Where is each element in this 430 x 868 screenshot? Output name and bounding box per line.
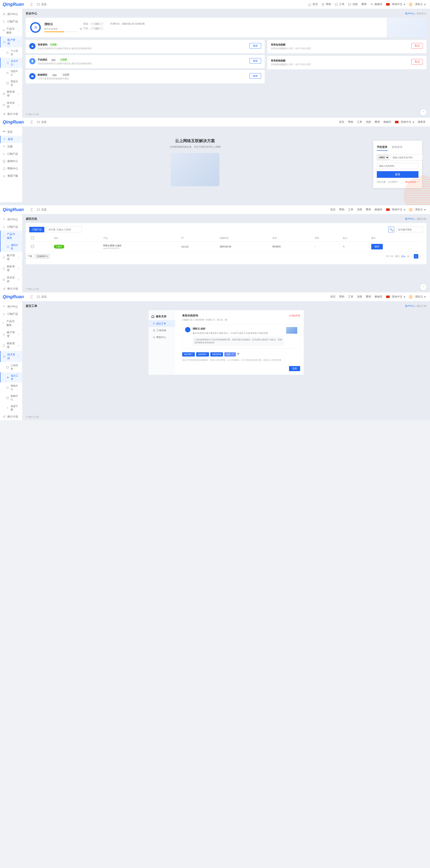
- modify-email-btn[interactable]: 修改: [250, 73, 261, 79]
- cart-link[interactable]: 购物车: [368, 2, 385, 6]
- sidebar-ref[interactable]: 推介计划: [0, 413, 22, 421]
- lang-select[interactable]: 简体中文▾: [393, 120, 416, 124]
- forgot-link[interactable]: 忘记密码？: [388, 181, 399, 184]
- scroll-top[interactable]: ⌃: [420, 284, 426, 290]
- sidebar-fin[interactable]: ¥财务管理: [0, 88, 22, 99]
- tab-ordered[interactable]: 订购产品: [29, 227, 44, 232]
- home-link[interactable]: 首页: [329, 208, 337, 212]
- cost-link[interactable]: 费用: [364, 208, 373, 212]
- edit-icon[interactable]: ✎: [343, 245, 345, 248]
- sidebar-tsubmit[interactable]: 提交工单: [0, 372, 22, 382]
- side-list[interactable]: ☰ 工单列表: [149, 327, 175, 334]
- sidebar-register[interactable]: 注册: [0, 143, 22, 150]
- batch-btn[interactable]: 批量操作 ▾: [35, 254, 50, 259]
- keyword-search[interactable]: [396, 226, 423, 232]
- select-all[interactable]: [31, 236, 34, 239]
- cart-link[interactable]: 购物车: [382, 120, 393, 124]
- sidebar-fin[interactable]: 财务管理: [0, 263, 22, 274]
- sidebar-order[interactable]: 订购产品: [0, 223, 22, 230]
- cost-link[interactable]: 费用: [373, 120, 382, 124]
- sidebar-order[interactable]: 订购产品: [0, 310, 22, 318]
- lang-select[interactable]: 简体中文▾: [385, 208, 407, 212]
- download-btn[interactable]: 下载: [26, 254, 34, 259]
- sidebar-prod[interactable]: 产品与服务: [0, 230, 22, 242]
- sidebar-msg[interactable]: 消息中心: [0, 68, 22, 78]
- overview-link[interactable]: 总览: [35, 208, 48, 212]
- overview-link[interactable]: 总览: [35, 2, 48, 6]
- lang-select[interactable]: 简体中文▾: [385, 295, 407, 299]
- cart-link[interactable]: 购物车: [373, 208, 385, 212]
- tab-email[interactable]: 邮箱登录: [392, 145, 402, 151]
- sidebar-order[interactable]: 订购产品: [0, 150, 22, 158]
- sidebar-user[interactable]: 用户中心: [0, 303, 22, 310]
- home-link[interactable]: 首页: [306, 2, 319, 6]
- help-link[interactable]: 帮助: [337, 208, 346, 212]
- login-link[interactable]: 请登录: [416, 120, 427, 124]
- logo[interactable]: QingRuan: [3, 120, 24, 125]
- chip-tech[interactable]: ●技术部门: [182, 352, 195, 356]
- sidebar-prod[interactable]: 产品与服务: [0, 318, 22, 329]
- sidebar-acct[interactable]: 账户管理: [0, 36, 22, 48]
- sidebar-tech[interactable]: 技术支持: [0, 99, 22, 111]
- sidebar-home[interactable]: 首页: [0, 128, 22, 136]
- search-btn[interactable]: 🔍: [388, 226, 394, 232]
- lang-select[interactable]: 简体中文▾: [385, 2, 407, 6]
- modify-phone-btn[interactable]: 修改: [250, 58, 261, 64]
- sidebar-login[interactable]: 登录: [0, 136, 22, 143]
- sidebar-order[interactable]: 订购产品: [0, 18, 22, 25]
- sidebar-news[interactable]: 新闻中心: [0, 393, 22, 403]
- login-button[interactable]: 登录: [377, 171, 419, 178]
- logo[interactable]: QingRuan: [3, 207, 24, 212]
- sidebar-tech[interactable]: 技术支持: [0, 274, 22, 285]
- row-select[interactable]: [31, 245, 34, 248]
- sidebar-ref[interactable]: 推介计划: [0, 111, 22, 118]
- collapse-icon[interactable]: [28, 121, 35, 124]
- overview-link[interactable]: 总览: [35, 295, 48, 299]
- sidebar-ref[interactable]: 推介计划: [0, 285, 22, 292]
- user-menu[interactable]: 清软云▾: [407, 208, 427, 212]
- home-link[interactable]: 首页: [337, 120, 346, 124]
- phone-input[interactable]: [391, 154, 423, 160]
- sidebar-help[interactable]: 帮助中心: [0, 165, 22, 172]
- sidebar-profile[interactable]: 个人信息: [0, 48, 22, 58]
- collapse-icon[interactable]: [28, 3, 35, 6]
- cancel-sms-btn[interactable]: 取消: [411, 43, 423, 49]
- msg-link[interactable]: 消息: [364, 120, 373, 124]
- prev-page[interactable]: ‹: [411, 255, 412, 258]
- chip-finance[interactable]: ●财务部门: [196, 352, 209, 356]
- sidebar-download[interactable]: 资源下载: [0, 403, 22, 413]
- scroll-top[interactable]: ⌃: [420, 109, 426, 116]
- sidebar-download[interactable]: 资源下载: [0, 172, 22, 180]
- msg-link[interactable]: 消息: [355, 208, 364, 212]
- side-submit[interactable]: ✎ 提交工单: [149, 320, 175, 327]
- ticket-link[interactable]: 工单: [333, 2, 346, 6]
- sidebar-user[interactable]: 用户中心: [0, 216, 22, 223]
- modify-password-btn[interactable]: 修改: [250, 43, 261, 49]
- sidebar-acct[interactable]: 账户管理: [0, 252, 22, 263]
- sidebar-acct[interactable]: 账户管理: [0, 329, 22, 340]
- msg-link[interactable]: 消息: [355, 295, 364, 299]
- cancel-email-btn[interactable]: 取消: [411, 59, 423, 64]
- cart-link[interactable]: 购物车: [373, 295, 385, 299]
- sidebar-prod[interactable]: 产品与服务: [0, 25, 22, 36]
- next-page[interactable]: ›: [420, 255, 421, 258]
- sidebar-help[interactable]: 帮助中心: [0, 382, 22, 393]
- collapse-icon[interactable]: [28, 208, 35, 211]
- side-help[interactable]: ⊙ 帮助中心: [149, 334, 175, 341]
- row-action-btn[interactable]: 操作: [371, 244, 383, 249]
- status-filter[interactable]: [47, 226, 82, 232]
- ticket-link[interactable]: 工单: [355, 120, 364, 124]
- chip-presale[interactable]: ●售前咨询: [210, 352, 223, 356]
- user-menu[interactable]: 清软云▾: [407, 295, 427, 299]
- page-1[interactable]: 1: [414, 254, 418, 258]
- home-link[interactable]: 首页: [329, 295, 337, 299]
- logo[interactable]: QingRuan: [3, 2, 24, 7]
- overview-link[interactable]: 总览: [35, 120, 48, 124]
- cost-link[interactable]: 费用: [364, 295, 373, 299]
- sidebar-tlist[interactable]: 工单列表: [0, 362, 22, 372]
- sidebar-security[interactable]: 安全中心: [0, 58, 22, 68]
- help-link[interactable]: 帮助: [346, 120, 355, 124]
- password-input[interactable]: [377, 163, 419, 169]
- user-menu[interactable]: 清软云▾: [407, 2, 427, 6]
- close-btn[interactable]: 关闭: [289, 366, 300, 371]
